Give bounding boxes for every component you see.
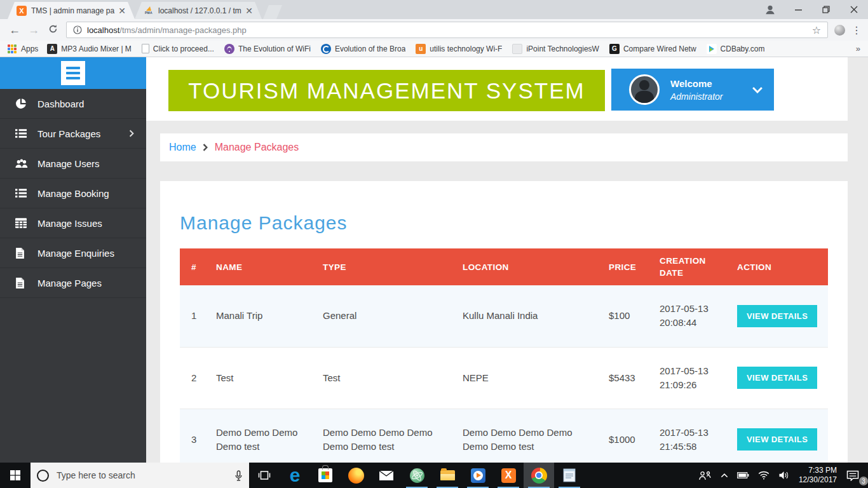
date-value: 2017-05-13 <box>660 302 724 316</box>
g-favicon <box>609 44 620 54</box>
atom-editor-icon[interactable] <box>402 463 432 488</box>
reload-icon[interactable] <box>43 24 62 37</box>
sidebar-item-manage-users[interactable]: Manage Users <box>0 149 146 179</box>
bookmarks-bar: Apps MP3 Audio Mixer | M Click to procee… <box>0 41 868 57</box>
bookmark-star-icon[interactable]: ☆ <box>812 24 821 36</box>
start-button[interactable] <box>0 463 31 488</box>
col-num: # <box>180 248 210 285</box>
breadcrumb: Home Manage Packages <box>160 133 848 161</box>
user-menu[interactable]: Welcome Administrator <box>611 69 774 111</box>
sidebar-item-manage-issues[interactable]: Manage Issues <box>0 208 146 238</box>
sidebar: Dashboard Tour Packages Manage Users Man… <box>0 57 146 463</box>
chevron-down-icon[interactable] <box>752 86 763 93</box>
bookmarks-overflow-icon[interactable]: » <box>856 44 860 53</box>
profile-icon[interactable] <box>756 0 784 19</box>
hamburger-menu-icon[interactable] <box>61 61 85 85</box>
tab-title: localhost / 127.0.0.1 / tm <box>158 6 243 15</box>
notepad-icon[interactable] <box>554 463 585 488</box>
media-player-icon[interactable] <box>463 463 493 488</box>
battery-icon[interactable] <box>733 463 754 488</box>
window-controls <box>756 0 868 19</box>
edge-icon[interactable] <box>280 463 310 488</box>
main-content: TOURISM MANAGEMENT SYSTEM Welcome Admini… <box>146 57 868 463</box>
bookmark-item[interactable]: MP3 Audio Mixer | M <box>47 44 131 54</box>
cell-type: General <box>316 285 456 347</box>
cell-action: VIEW DETAILS <box>731 347 828 409</box>
taskbar-clock[interactable]: 7:33 PM 12/30/2017 <box>794 466 842 485</box>
bookmark-item[interactable]: The Evolution of WiFi <box>224 44 311 54</box>
restore-button[interactable] <box>812 0 840 19</box>
bookmark-item[interactable]: CDBaby.com <box>707 44 765 54</box>
close-window-button[interactable] <box>840 0 868 19</box>
bookmark-item[interactable]: Compare Wired Netw <box>609 44 696 54</box>
wifi-icon[interactable] <box>754 463 774 488</box>
xampp-icon[interactable] <box>493 463 524 488</box>
table-row: 2 Test Test NEPE $5433 2017-05-1321:09:2… <box>180 347 828 409</box>
tab-tms-admin[interactable]: TMS | admin manage pa ✕ <box>8 2 135 19</box>
clock-date: 12/30/2017 <box>799 475 837 485</box>
cell-location: Demo Demo Demo Demo Demo Demo test <box>456 409 602 463</box>
extension-icon[interactable] <box>834 25 845 36</box>
sidebar-item-manage-pages[interactable]: Manage Pages <box>0 268 146 298</box>
tab-title: TMS | admin manage pa <box>31 6 116 15</box>
taskbar-search[interactable]: Type here to search <box>31 463 249 488</box>
people-icon[interactable] <box>694 463 716 488</box>
file-explorer-icon[interactable] <box>432 463 463 488</box>
cell-num: 1 <box>180 285 210 347</box>
bookmark-label: utilis technology Wi-F <box>430 44 502 53</box>
file-icon <box>15 278 29 288</box>
notification-badge: 3 <box>859 477 868 485</box>
bookmark-item[interactable]: iPoint TechnologiesW <box>512 44 599 54</box>
sidebar-item-label: Manage Booking <box>37 188 109 199</box>
mail-icon[interactable] <box>371 463 402 488</box>
bookmark-item[interactable]: Evolution of the Broa <box>321 44 405 54</box>
volume-icon[interactable] <box>774 463 794 488</box>
screen: TMS | admin manage pa ✕ localhost / 127.… <box>0 0 868 488</box>
sidebar-header <box>0 57 146 89</box>
col-price: PRICE <box>602 248 653 285</box>
address-bar[interactable]: localhost/tms/admin/manage-packages.php … <box>66 22 828 38</box>
users-icon <box>15 158 29 169</box>
cell-num: 3 <box>180 409 210 463</box>
sidebar-item-manage-booking[interactable]: Manage Booking <box>0 179 146 208</box>
minimize-button[interactable] <box>784 0 812 19</box>
action-center-icon[interactable]: 3 <box>842 463 868 488</box>
sidebar-item-manage-enquiries[interactable]: Manage Enquiries <box>0 238 146 268</box>
bookmark-label: iPoint TechnologiesW <box>526 44 599 53</box>
list-icon <box>15 128 29 139</box>
view-details-button[interactable]: VIEW DETAILS <box>737 428 817 451</box>
microphone-icon[interactable] <box>234 470 243 481</box>
sidebar-item-tour-packages[interactable]: Tour Packages <box>0 119 146 149</box>
user-info: Welcome Administrator <box>670 78 722 102</box>
tab-phpmyadmin[interactable]: localhost / 127.0.0.1 / tm ✕ <box>135 2 262 19</box>
forward-icon[interactable]: → <box>24 24 43 37</box>
firefox-icon[interactable] <box>341 463 371 488</box>
tray-chevron-up-icon[interactable] <box>716 463 733 488</box>
clock-time: 7:33 PM <box>799 466 837 475</box>
col-name: NAME <box>210 248 316 285</box>
bookmark-item[interactable]: utilis technology Wi-F <box>416 44 502 54</box>
browser-toolbar: ← → localhost/tms/admin/manage-packages.… <box>0 19 868 41</box>
tab-close-icon[interactable]: ✕ <box>245 6 253 15</box>
tab-close-icon[interactable]: ✕ <box>118 6 126 15</box>
chrome-icon[interactable] <box>524 463 554 488</box>
breadcrumb-current: Manage Packages <box>215 142 299 153</box>
view-details-button[interactable]: VIEW DETAILS <box>737 367 817 389</box>
breadcrumb-home-link[interactable]: Home <box>169 142 196 153</box>
apps-grid-icon[interactable] <box>8 44 17 53</box>
back-icon[interactable]: ← <box>5 24 24 37</box>
apps-label[interactable]: Apps <box>21 44 38 53</box>
browser-menu-icon[interactable]: ⋮ <box>850 24 863 36</box>
new-tab-button[interactable] <box>263 5 282 19</box>
store-icon[interactable] <box>310 463 341 488</box>
bookmark-item[interactable]: Click to proceed... <box>142 44 214 53</box>
view-details-button[interactable]: VIEW DETAILS <box>737 305 817 327</box>
info-icon[interactable] <box>73 25 82 34</box>
time-value: 20:08:44 <box>660 316 724 330</box>
sidebar-item-dashboard[interactable]: Dashboard <box>0 89 146 119</box>
sidebar-item-label: Manage Users <box>37 158 100 169</box>
task-view-button[interactable] <box>249 463 280 488</box>
dashboard-icon <box>15 98 29 109</box>
blank-favicon <box>512 44 522 54</box>
table-icon <box>15 218 29 228</box>
